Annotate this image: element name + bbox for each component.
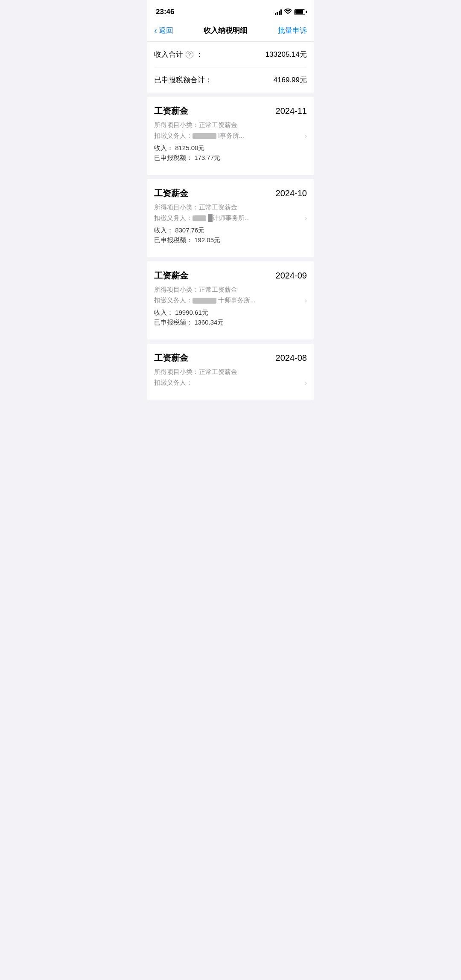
withholder-row-2[interactable]: 扣缴义务人：██ █ ██ 十师事务所...› bbox=[154, 296, 307, 304]
withholder-blurred-0: ██ █ ██ bbox=[193, 133, 216, 139]
subcategory-row-2: 所得项目小类：正常工资薪金 bbox=[154, 286, 307, 294]
total-income-label: 收入合计 ? ： bbox=[154, 49, 203, 59]
record-period-0: 2024-11 bbox=[276, 106, 307, 116]
chevron-right-icon-1: › bbox=[305, 215, 307, 222]
tax-text-0: 已申报税额： 173.77元 bbox=[154, 154, 220, 162]
subcategory-label-0: 所得项目小类： bbox=[154, 121, 199, 129]
income-row-2: 收入： 19990.61元 bbox=[154, 309, 307, 317]
subcategory-value-3: 正常工资薪金 bbox=[199, 368, 307, 376]
withholder-value-1: ██ █ █计师事务所... bbox=[193, 214, 303, 222]
withholder-suffix-0: l事务所... bbox=[216, 132, 244, 139]
subcategory-value-1: 正常工资薪金 bbox=[199, 203, 307, 212]
record-card-3: 工资薪金2024-08所得项目小类：正常工资薪金扣缴义务人：› bbox=[147, 344, 314, 400]
record-header-1: 工资薪金2024-10 bbox=[154, 188, 307, 199]
income-text-2: 收入： 19990.61元 bbox=[154, 309, 208, 317]
chevron-right-icon-2: › bbox=[305, 297, 307, 304]
record-header-0: 工资薪金2024-11 bbox=[154, 105, 307, 117]
back-label: 返回 bbox=[159, 26, 173, 35]
wifi-icon bbox=[284, 9, 292, 15]
income-text-0: 收入： 8125.00元 bbox=[154, 144, 204, 152]
record-header-2: 工资薪金2024-09 bbox=[154, 270, 307, 281]
back-chevron-icon: ‹ bbox=[154, 26, 157, 35]
info-icon[interactable]: ? bbox=[186, 51, 193, 58]
income-text-1: 收入： 8307.76元 bbox=[154, 226, 204, 235]
summary-section: 收入合计 ? ： 133205.14元 已申报税额合计： 4169.99元 bbox=[147, 42, 314, 93]
withholder-label-1: 扣缴义务人： bbox=[154, 214, 193, 222]
tax-row-0: 已申报税额： 173.77元 bbox=[154, 154, 307, 162]
withholder-row-1[interactable]: 扣缴义务人：██ █ █计师事务所...› bbox=[154, 214, 307, 222]
total-income-row: 收入合计 ? ： 133205.14元 bbox=[154, 42, 307, 67]
record-type-1: 工资薪金 bbox=[154, 188, 188, 199]
total-tax-row: 已申报税额合计： 4169.99元 bbox=[154, 67, 307, 93]
record-card-2: 工资薪金2024-09所得项目小类：正常工资薪金扣缴义务人：██ █ ██ 十师… bbox=[147, 261, 314, 339]
withholder-blurred-1: ██ █ bbox=[193, 215, 206, 221]
record-period-1: 2024-10 bbox=[276, 188, 307, 198]
subcategory-row-1: 所得项目小类：正常工资薪金 bbox=[154, 203, 307, 212]
back-button[interactable]: ‹ 返回 bbox=[154, 26, 173, 35]
signal-icon bbox=[275, 9, 282, 15]
total-tax-value: 4169.99元 bbox=[274, 75, 307, 85]
income-row-1: 收入： 8307.76元 bbox=[154, 226, 307, 235]
withholder-row-3[interactable]: 扣缴义务人：› bbox=[154, 379, 307, 387]
record-period-3: 2024-08 bbox=[276, 353, 307, 363]
records-container: 工资薪金2024-11所得项目小类：正常工资薪金扣缴义务人：██ █ ██ l事… bbox=[147, 97, 314, 400]
withholder-label-3: 扣缴义务人： bbox=[154, 379, 193, 387]
status-bar: 23:46 bbox=[147, 0, 314, 21]
tax-text-1: 已申报税额： 192.05元 bbox=[154, 236, 220, 244]
subcategory-label-3: 所得项目小类： bbox=[154, 368, 199, 376]
tax-row-2: 已申报税额： 1360.34元 bbox=[154, 319, 307, 327]
withholder-suffix-1: █计师事务所... bbox=[206, 214, 250, 221]
subcategory-label-1: 所得项目小类： bbox=[154, 203, 199, 212]
record-card-0: 工资薪金2024-11所得项目小类：正常工资薪金扣缴义务人：██ █ ██ l事… bbox=[147, 97, 314, 175]
batch-appeal-button[interactable]: 批量申诉 bbox=[278, 26, 307, 35]
total-tax-label: 已申报税额合计： bbox=[154, 75, 212, 85]
tax-row-1: 已申报税额： 192.05元 bbox=[154, 236, 307, 244]
subcategory-label-2: 所得项目小类： bbox=[154, 286, 199, 294]
subcategory-row-0: 所得项目小类：正常工资薪金 bbox=[154, 121, 307, 129]
withholder-blurred-2: ██ █ ██ bbox=[193, 298, 216, 304]
subcategory-value-0: 正常工资薪金 bbox=[199, 121, 307, 129]
chevron-right-icon-0: › bbox=[305, 132, 307, 140]
record-type-0: 工资薪金 bbox=[154, 105, 188, 117]
withholder-value-2: ██ █ ██ 十师事务所... bbox=[193, 296, 303, 304]
battery-icon bbox=[294, 9, 305, 15]
withholder-label-0: 扣缴义务人： bbox=[154, 132, 193, 140]
record-card-1: 工资薪金2024-10所得项目小类：正常工资薪金扣缴义务人：██ █ █计师事务… bbox=[147, 179, 314, 257]
record-type-2: 工资薪金 bbox=[154, 270, 188, 281]
subcategory-row-3: 所得项目小类：正常工资薪金 bbox=[154, 368, 307, 376]
page-title: 收入纳税明细 bbox=[204, 26, 247, 35]
withholder-value-0: ██ █ ██ l事务所... bbox=[193, 132, 303, 140]
subcategory-value-2: 正常工资薪金 bbox=[199, 286, 307, 294]
nav-bar: ‹ 返回 收入纳税明细 批量申诉 bbox=[147, 21, 314, 42]
withholder-suffix-2: 十师事务所... bbox=[216, 296, 256, 304]
income-row-0: 收入： 8125.00元 bbox=[154, 144, 307, 152]
record-header-3: 工资薪金2024-08 bbox=[154, 352, 307, 364]
withholder-row-0[interactable]: 扣缴义务人：██ █ ██ l事务所...› bbox=[154, 132, 307, 140]
status-time: 23:46 bbox=[156, 8, 174, 16]
total-income-value: 133205.14元 bbox=[266, 49, 307, 59]
record-period-2: 2024-09 bbox=[276, 271, 307, 281]
tax-text-2: 已申报税额： 1360.34元 bbox=[154, 319, 224, 327]
chevron-right-icon-3: › bbox=[305, 379, 307, 387]
status-icons bbox=[275, 9, 306, 15]
withholder-label-2: 扣缴义务人： bbox=[154, 296, 193, 304]
record-type-3: 工资薪金 bbox=[154, 352, 188, 364]
